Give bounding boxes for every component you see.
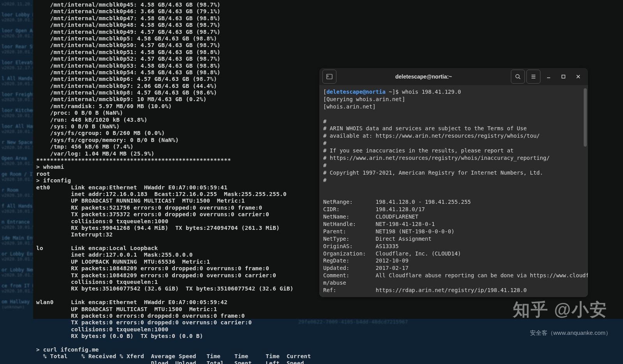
sidebar-item-version: v2020.10.01.53 xyxy=(2,18,33,23)
sidebar-item-version: v2020.10.01.53 xyxy=(2,209,33,214)
menu-button[interactable] xyxy=(526,70,540,84)
zhihu-watermark: 知乎 @小安 xyxy=(513,298,607,321)
sidebar-item[interactable]: v2020.11.20. xyxy=(0,0,35,10)
sidebar-item[interactable]: loor Kitchenv2020.10.01.53 xyxy=(0,106,35,122)
sidebar-item-title: loor Elevator L xyxy=(2,60,33,65)
sidebar-item-version: v2020.10.01.53 xyxy=(2,289,33,294)
sidebar-item[interactable]: f All Handsv2020.10.01.53 xyxy=(0,202,35,218)
sidebar-item[interactable]: loor Freight Elv2020.10.01.53 xyxy=(0,90,35,106)
close-icon xyxy=(575,74,581,79)
sidebar-item-title: l All Hands xyxy=(2,76,33,81)
sidebar-item[interactable]: ce from IT Hav2020.10.01.53 xyxy=(0,282,35,298)
sidebar-item[interactable]: r New Spacev2020.10.01.53 xyxy=(0,138,35,154)
sidebar-item-title: or Lobby Entr xyxy=(2,251,33,257)
sidebar-item-version: v2020.10.01.53 xyxy=(2,81,33,86)
sidebar-item[interactable]: loor Lobby Env2020.10.01.53 xyxy=(0,10,35,26)
sidebar-item-title: r New Space xyxy=(2,140,33,145)
sidebar-item-version: v2020.11.20. xyxy=(2,2,33,7)
sidebar-item[interactable]: or Lobby Newv2020.10.01.53 xyxy=(0,266,35,282)
sidebar-item[interactable]: loor Rear Staiv2020.10.01.53 xyxy=(0,42,35,58)
sidebar-item-title: ide Main Entr xyxy=(2,235,33,241)
sidebar-item-version: v2020.10.01.53 xyxy=(2,49,33,54)
sidebar-item-title: loor Freight El xyxy=(2,92,33,97)
window-title: deletescape@nortia:~ xyxy=(336,74,511,80)
minimize-icon xyxy=(546,74,551,79)
sidebar-item-title: f All Hands xyxy=(2,203,33,209)
sidebar-item-title: loor Rear Stai xyxy=(2,44,33,49)
sidebar-item-title: om Hallway xyxy=(2,299,33,304)
sidebar-item-title: loor Open Are xyxy=(2,28,33,33)
prompt-path: ~ xyxy=(389,89,392,95)
sidebar-item-version: v2020.10.01.53 xyxy=(2,177,33,182)
sidebar-item-version: v2020.10.01.53 xyxy=(2,145,33,150)
sidebar-item-version: v2020.10.01.53 xyxy=(2,273,33,278)
sidebar-item-title: or Lobby New xyxy=(2,267,33,273)
sidebar-item[interactable]: loor Elevator Lv2020.12.17.642 xyxy=(0,58,35,74)
sidebar-item[interactable]: or Lobby Entrv2020.10.01.53 xyxy=(0,250,35,266)
sidebar-item-version: v2020.12.17.642 xyxy=(2,65,33,70)
sidebar-item[interactable]: ge Room / IT Rv2020.10.01.53 xyxy=(0,170,35,186)
sidebar-item[interactable]: Open Areav2020.10.01.53 xyxy=(0,154,35,170)
sidebar-item-version: v2020.10.01.53 xyxy=(2,129,33,134)
whois-output: [Querying whois.arin.net] [whois.arin.ne… xyxy=(323,96,588,293)
sidebar-item-version: v2020.10.01.53 xyxy=(2,97,33,102)
sidebar-item-title: ge Room / IT R xyxy=(2,172,33,177)
sidebar-item[interactable]: l All Handsv2020.10.01.53 xyxy=(0,74,35,90)
sidebar-item-version: v2020.10.01.53 xyxy=(2,193,33,198)
maximize-button[interactable] xyxy=(557,70,570,83)
sidebar-item-title: loor All Hands xyxy=(2,124,33,129)
sidebar-item[interactable]: loor Open Arev2020.10.01.53 xyxy=(0,26,35,42)
terminal-window-secondary: deletescape@nortia:~ [deletescape@nortia… xyxy=(319,68,588,297)
sidebar-item-title: r Room xyxy=(2,187,33,193)
sidebar-item-title: Open Area xyxy=(2,156,33,161)
terminal-icon xyxy=(326,74,333,80)
sidebar-item-version: v2020.10.01.53 xyxy=(2,33,33,38)
sidebar-item-version: v2020.10.01.53 xyxy=(2,113,33,118)
sidebar-item-title: loor Kitchen xyxy=(2,108,33,113)
sidebar-item-title: ce from IT Ha xyxy=(2,283,33,289)
maximize-icon xyxy=(561,74,566,79)
sidebar-item[interactable]: n Entrancev2020.10.01.53 xyxy=(0,218,35,234)
svg-rect-0 xyxy=(327,74,332,79)
svg-rect-7 xyxy=(562,75,565,78)
svg-point-1 xyxy=(516,75,519,78)
sidebar-item-version: v2020.10.01.53 xyxy=(2,161,33,166)
sidebar-item-version: v2020.10.01.53 xyxy=(2,225,33,230)
close-button[interactable] xyxy=(572,70,585,83)
hamburger-icon xyxy=(530,74,537,80)
sidebar-item-version: v2020.10.01.53 xyxy=(2,241,33,246)
source-footer: 安全客（www.anquanke.com） xyxy=(530,329,611,337)
prompt-end: ]$ xyxy=(392,89,402,95)
sidebar-item-title: n Entrance xyxy=(2,219,33,225)
sidebar-item-version: (unknown) xyxy=(2,304,33,310)
sidebar-item[interactable]: om Hallway(unknown) xyxy=(0,298,35,313)
sidebar-item[interactable]: r Roomv2020.10.01.53 xyxy=(0,186,35,202)
window-titlebar[interactable]: deletescape@nortia:~ xyxy=(319,68,588,85)
new-tab-button[interactable] xyxy=(322,70,336,84)
terminal-secondary-body[interactable]: [deletescape@nortia ~]$ whois 198.41.129… xyxy=(319,85,588,297)
search-icon xyxy=(515,74,521,80)
sidebar-item[interactable]: ide Main Entrv2020.10.01.53 xyxy=(0,234,35,250)
sidebar-item-title: loor Lobby En xyxy=(2,12,33,18)
sidebar-item[interactable]: loor All Handsv2020.10.01.53 xyxy=(0,122,35,138)
whois-command: whois 198.41.129.0 xyxy=(402,89,461,95)
sidebar-item-version: v2020.10.01.53 xyxy=(2,257,33,262)
minimize-button[interactable] xyxy=(542,70,555,83)
search-button[interactable] xyxy=(511,70,525,84)
svg-line-2 xyxy=(519,78,521,79)
scrollbar-thumb[interactable] xyxy=(584,88,587,147)
prompt-user: deletescape@nortia xyxy=(326,89,385,95)
camera-list-sidebar: v2020.11.20.loor Lobby Env2020.10.01.53l… xyxy=(0,0,35,364)
